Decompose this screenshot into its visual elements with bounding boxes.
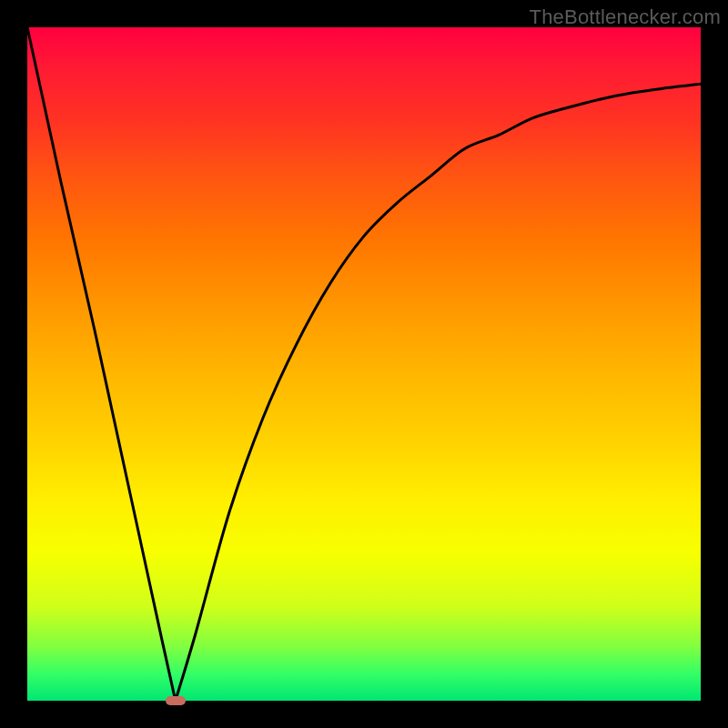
min-marker bbox=[166, 696, 186, 705]
chart-frame: TheBottlenecker.com bbox=[0, 0, 728, 728]
bottleneck-curve bbox=[27, 27, 701, 701]
plot-area bbox=[27, 27, 701, 701]
attribution-label: TheBottlenecker.com bbox=[530, 5, 721, 29]
